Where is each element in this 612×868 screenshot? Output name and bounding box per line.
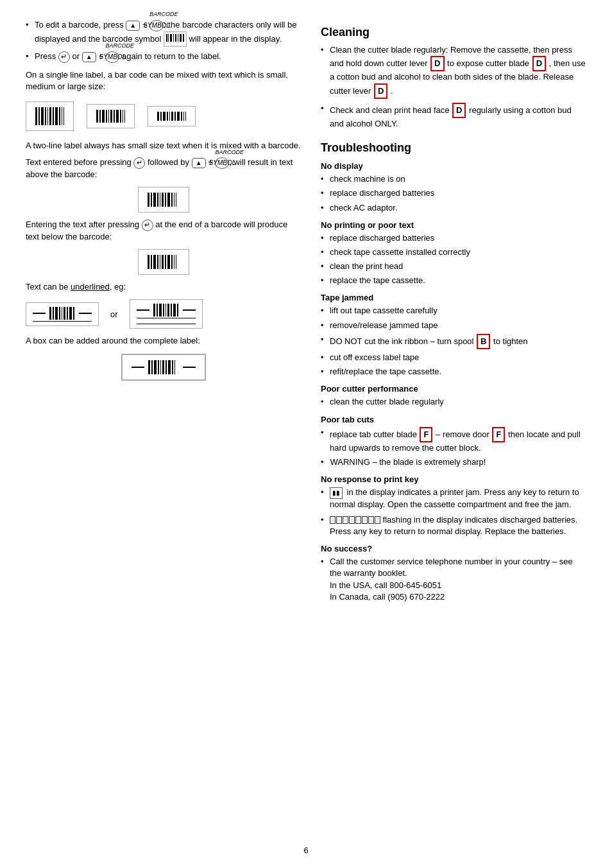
svg-rect-70 [69, 307, 72, 320]
flash-sq-2 [336, 516, 342, 524]
tape-jammed-item-5: refit/replace the tape cassette. [321, 366, 586, 378]
text-before-barcode: Text entered before pressing ↵ followed … [26, 157, 302, 180]
cleaning-title: Cleaning [321, 26, 586, 39]
svg-rect-52 [148, 255, 149, 269]
barcode-dashes-2 [137, 304, 196, 317]
tape-jammed-item-1: lift out tape cassette carefully [321, 305, 586, 317]
print-head-D: D [452, 103, 466, 118]
svg-rect-18 [64, 107, 64, 125]
box-dash-left [132, 367, 144, 368]
svg-rect-90 [174, 360, 175, 374]
underline-bar-1 [33, 321, 92, 322]
cutter-lever-D-1: D [430, 56, 444, 71]
box-label-text: A box can be added around the complete l… [26, 335, 302, 347]
svg-rect-1 [168, 34, 169, 42]
no-success-title: No success? [321, 544, 586, 553]
svg-rect-65 [55, 307, 58, 320]
no-display-title: No display [321, 161, 586, 171]
svg-rect-8 [35, 107, 37, 125]
svg-rect-85 [160, 360, 161, 374]
canada-phone: In Canada, call (905) 670-2222 [330, 592, 445, 602]
no-success-item-1: Call the customer service telephone numb… [321, 556, 586, 603]
svg-rect-13 [49, 107, 51, 125]
flash-sq-8 [375, 516, 380, 524]
svg-rect-44 [157, 193, 158, 207]
tape-jammed-title: Tape jammed [321, 293, 586, 302]
svg-rect-34 [169, 112, 170, 121]
svg-rect-53 [151, 255, 152, 269]
barcode-box-below [138, 249, 189, 275]
svg-rect-84 [158, 360, 159, 374]
poor-cutter-list: clean the cutter blade regularly [321, 396, 586, 408]
svg-rect-46 [162, 193, 164, 207]
svg-rect-86 [162, 360, 164, 374]
intro-bullet-2: Press ↵ or ▲ + BARCODE SYMBOL again to r… [26, 51, 302, 63]
svg-rect-60 [171, 255, 173, 269]
box-label-dashes [132, 360, 196, 374]
svg-rect-4 [175, 34, 176, 42]
dash-right-1 [79, 313, 92, 314]
dash-left-2 [137, 309, 149, 311]
enter-icon3: ↵ [142, 220, 153, 231]
box-dash-right [183, 367, 196, 368]
left-column: To edit a barcode, press ▲ + BARCODE SYM… [26, 19, 302, 849]
no-response-title: No response to print key [321, 474, 586, 484]
poor-cutter-title: Poor cutter performance [321, 384, 586, 394]
svg-rect-67 [62, 307, 62, 320]
svg-rect-47 [165, 193, 166, 207]
no-display-item-3: check AC adaptor. [321, 202, 586, 214]
svg-rect-33 [167, 112, 168, 121]
svg-rect-42 [151, 193, 152, 207]
svg-rect-27 [120, 110, 121, 123]
underlined-word: underlined [71, 282, 110, 291]
no-print-title: No printing or poor text [321, 220, 586, 230]
poor-cutter-item-1: clean the cutter blade regularly [321, 396, 586, 408]
underlined-barcode-1 [26, 302, 99, 326]
flash-sq-1 [330, 516, 336, 524]
svg-rect-30 [157, 112, 159, 121]
flash-sq-4 [349, 516, 355, 524]
barcode-svg-below [148, 255, 180, 269]
svg-rect-19 [96, 110, 98, 123]
svg-rect-10 [41, 107, 44, 125]
box-label-center [26, 354, 302, 381]
spool-B: B [477, 334, 490, 349]
svg-rect-6 [180, 34, 182, 42]
printer-jam-icon: ▮▮ [330, 487, 343, 499]
svg-rect-16 [59, 107, 60, 125]
svg-rect-79 [173, 304, 176, 317]
barcode-box-above [138, 187, 189, 213]
cutter-lever-D-3: D [374, 83, 387, 99]
svg-rect-82 [151, 360, 153, 374]
svg-rect-12 [47, 107, 48, 125]
enter-icon2: ↵ [133, 157, 145, 169]
no-print-list: replace discharged batteries check tape … [321, 232, 586, 287]
barcode-label2: BARCODE [105, 42, 134, 50]
no-response-list: ▮▮ in the display indicates a printer ja… [321, 487, 586, 537]
barcode-box-3 [148, 106, 196, 126]
tape-jammed-list: lift out tape cassette carefully remove/… [321, 305, 586, 378]
barcode-label3: BARCODE [215, 148, 244, 157]
svg-rect-14 [53, 107, 54, 125]
svg-rect-2 [170, 34, 172, 42]
underline-bar-bottom [137, 324, 196, 324]
svg-rect-3 [173, 34, 174, 42]
svg-rect-80 [177, 304, 178, 317]
svg-rect-38 [181, 112, 182, 121]
barcode-svg-2 [96, 110, 125, 123]
tape-jammed-item-2: remove/release jammed tape [321, 320, 586, 331]
box-label-example [121, 354, 206, 381]
cleaning-bullet-1: Clean the cutter blade regularly: Remove… [321, 44, 586, 99]
svg-rect-56 [160, 255, 160, 269]
svg-rect-81 [148, 360, 150, 374]
barcode-svg-under2 [153, 304, 179, 317]
svg-rect-11 [45, 107, 46, 125]
barcode-svg-above [148, 193, 180, 207]
symbol-key-icon2: SYMBOL [105, 51, 119, 63]
svg-rect-54 [153, 255, 156, 269]
svg-rect-76 [166, 304, 166, 317]
barcode-below-center [26, 249, 302, 275]
svg-rect-55 [157, 255, 158, 269]
svg-rect-45 [160, 193, 160, 207]
shift-key-icon2: ▲ [82, 52, 96, 62]
